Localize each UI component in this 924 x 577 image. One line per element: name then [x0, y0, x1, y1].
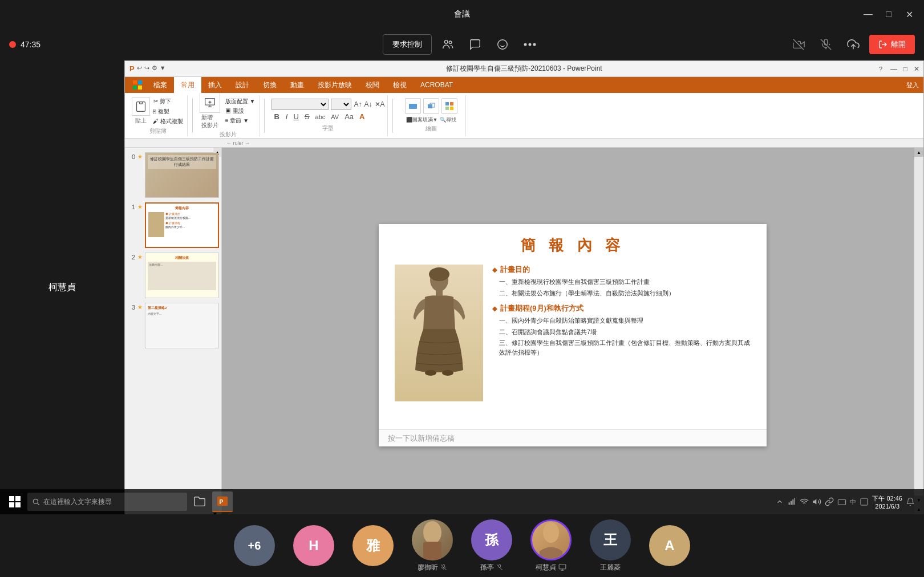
minimize-button[interactable]: —: [862, 9, 874, 20]
svg-point-1: [449, 41, 452, 44]
share-button[interactable]: [842, 33, 865, 56]
ppt-minimize-button[interactable]: —: [889, 64, 898, 74]
svg-rect-29: [450, 107, 453, 110]
slide-thumbnail-2[interactable]: 2 ★ 相關法規 法規內容...: [127, 253, 219, 298]
ppt-window: P ↩↪⚙▼ 修訂校園學生自傷三級預防-20210603 - PowerPoin…: [124, 60, 924, 514]
participant-avatar-ya: 雅: [352, 525, 394, 566]
clear-format-button[interactable]: ✕A: [375, 100, 385, 108]
toolbar-right: 離開: [787, 33, 915, 56]
maximize-button[interactable]: □: [883, 9, 894, 20]
leave-button[interactable]: 離開: [869, 35, 915, 54]
ppt-ribbon-tabs: 檔案 常用 插入 設計 切換 動畫 投影片放映 校閱 檢視 ACROBAT 登入: [125, 77, 923, 93]
taskbar-icons: P: [189, 491, 233, 512]
svg-line-41: [38, 503, 39, 505]
ppt-restore-button[interactable]: □: [901, 64, 910, 74]
tab-file[interactable]: 檔案: [147, 77, 174, 93]
font-increase-button[interactable]: A↑: [354, 100, 362, 108]
tab-review[interactable]: 校閱: [359, 77, 386, 93]
help-button[interactable]: ?: [879, 66, 882, 72]
login-button[interactable]: 登入: [906, 81, 923, 90]
svg-point-0: [445, 40, 448, 44]
font-color-button[interactable]: A: [358, 112, 366, 121]
chevron-up-icon: [776, 498, 784, 506]
quick-styles-button[interactable]: [441, 98, 457, 114]
ppt-close-button[interactable]: ✕: [912, 64, 921, 74]
section-1-item-1: 一、重新檢視現行校園學生自我傷害三級預防工作計畫: [492, 277, 751, 287]
svg-point-6: [529, 43, 532, 46]
find-button[interactable]: 🔍尋找: [440, 116, 456, 124]
reactions-button[interactable]: [491, 33, 514, 56]
people-button[interactable]: [436, 33, 459, 56]
svg-rect-13: [133, 80, 137, 84]
slide-title: 簡 報 內 容: [395, 235, 751, 255]
tab-view[interactable]: 檢視: [386, 77, 414, 93]
ppt-title-controls: ? — □ ✕: [879, 64, 921, 74]
chat-button[interactable]: [464, 33, 487, 56]
svg-rect-15: [133, 86, 137, 90]
strikethrough-button[interactable]: S: [303, 112, 311, 121]
slides-group: 新增投影片 版面配置 ▼ ▣ 重設 ≡ 章節 ▼ 投影片: [197, 95, 260, 136]
bold-button[interactable]: B: [271, 111, 281, 122]
format-painter-button[interactable]: 🖌 格式複製: [151, 117, 185, 126]
paste-button[interactable]: [132, 97, 150, 116]
participant-avatar-group: +6: [234, 525, 275, 566]
shadow-button[interactable]: abc: [314, 113, 327, 121]
window-controls: — □ ✕: [862, 0, 915, 29]
keyboard-icon: [837, 497, 846, 506]
layout-button[interactable]: 版面配置 ▼: [224, 97, 257, 106]
svg-rect-14: [138, 80, 142, 84]
ppt-window-title: 修訂校園學生自傷三級預防-20210603 - PowerPoint: [446, 64, 602, 74]
participant-ai: A: [649, 525, 690, 566]
start-button[interactable]: [5, 491, 25, 512]
tab-slideshow[interactable]: 投影片放映: [311, 77, 359, 93]
tab-design[interactable]: 設計: [229, 77, 256, 93]
shape-fill-label[interactable]: ⬛圖案填滿▼: [406, 116, 438, 124]
italic-button[interactable]: I: [284, 112, 290, 121]
slide-thumbnail-3[interactable]: 3 ★ 第二級策略2 內容文字...: [127, 303, 219, 348]
mic-toggle-button[interactable]: [814, 33, 837, 56]
underline-button[interactable]: U: [291, 112, 300, 121]
system-tray: 中 下午 02:46 2021/6/3: [771, 494, 919, 510]
tab-animations[interactable]: 動畫: [283, 77, 311, 93]
participant-avatar-h: H: [293, 525, 334, 566]
allcaps-button[interactable]: AV: [329, 113, 341, 121]
fontsize-direct-button[interactable]: Aa: [343, 112, 355, 121]
volume-icon: [812, 497, 821, 506]
notes-area[interactable]: 按一下以新增備忘稿: [379, 429, 767, 446]
tab-insert[interactable]: 插入: [201, 77, 229, 93]
participant-ke: 柯慧貞: [530, 519, 572, 572]
video-toggle-button[interactable]: [787, 33, 810, 56]
section-button[interactable]: ≡ 章節 ▼: [224, 116, 257, 125]
tab-acrobat[interactable]: ACROBAT: [414, 77, 460, 93]
font-decrease-button[interactable]: A↓: [364, 100, 372, 108]
reset-button[interactable]: ▣ 重設: [224, 107, 257, 116]
search-box[interactable]: 在這裡輸入文字來搜尋: [27, 493, 187, 511]
scroll-up[interactable]: ▲: [914, 148, 923, 157]
copy-button[interactable]: ⎘ 複製: [151, 107, 185, 116]
close-button[interactable]: ✕: [903, 9, 915, 20]
recording-indicator: [9, 41, 16, 48]
participant-h: H: [293, 525, 334, 566]
tab-home[interactable]: 常用: [174, 77, 201, 93]
request-control-button[interactable]: 要求控制: [383, 34, 432, 55]
font-size-select[interactable]: [331, 99, 351, 110]
more-button[interactable]: [518, 33, 541, 56]
new-slide-button[interactable]: [200, 93, 220, 113]
svg-rect-45: [791, 501, 792, 505]
taskbar-file-explorer[interactable]: [189, 491, 210, 512]
shape-rect[interactable]: [405, 98, 421, 114]
slide-body: ◆ 計畫目的 一、重新檢視現行校園學生自我傷害三級預防工作計畫 二、相關法規公布…: [395, 265, 751, 401]
slide-thumbnail-0[interactable]: 0 ★ 修訂校園學生自傷三級預防工作計畫行成結果: [127, 152, 219, 198]
slide-view-area: ▲ ▼ ▲ ▼ 簡 報 內 容: [222, 148, 923, 523]
tab-transitions[interactable]: 切換: [256, 77, 283, 93]
right-scrollbar[interactable]: ▲ ▼ ▲ ▼: [914, 148, 923, 523]
font-family-select[interactable]: [271, 99, 329, 110]
svg-point-7: [533, 43, 536, 46]
slide-thumbnail-1[interactable]: 1 ★ 簡報內容 ◆ 計畫目的 重新檢視現行校園... ◆ 計畫期程 國內外青少…: [127, 202, 219, 248]
font-group: A↑ A↓ ✕A B I U S abc AV Aa A 字型: [269, 95, 387, 136]
ppt-main-area: ▲ 0 ★ 修訂校園學生自傷三級預防工作計畫行成結果 1 ★ 簡報內容: [125, 148, 923, 523]
taskbar-powerpoint[interactable]: P: [212, 491, 233, 512]
shape-arrange[interactable]: [423, 98, 439, 114]
cut-button[interactable]: ✂ 剪下: [151, 96, 185, 107]
participant-avatar-ke: [530, 519, 572, 560]
